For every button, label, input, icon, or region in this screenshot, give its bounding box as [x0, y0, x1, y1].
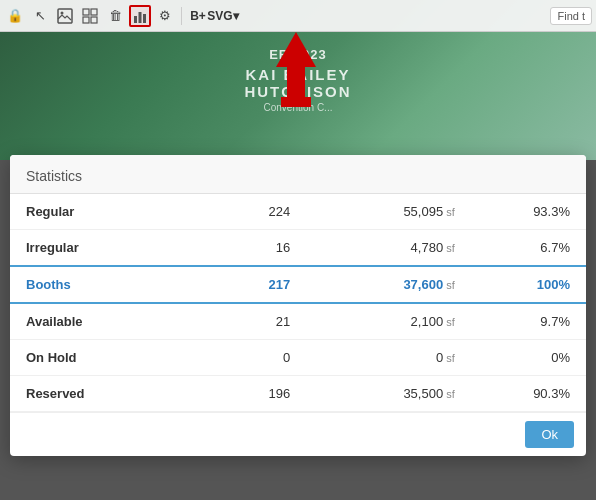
stats-row: Available212,100 sf9.7%: [10, 303, 586, 340]
row-percent: 90.3%: [471, 376, 586, 412]
arrow-base: [281, 97, 311, 107]
gear-icon[interactable]: ⚙: [154, 5, 176, 27]
statistics-modal: Statistics Regular22455,095 sf93.3%Irreg…: [10, 155, 586, 456]
toolbar: 🔒 ↖ 🗑 ⚙ B+ SVG▾ Find t: [0, 0, 596, 32]
stats-row: Regular22455,095 sf93.3%: [10, 194, 586, 230]
stats-row: On Hold00 sf0%: [10, 340, 586, 376]
row-count: 21: [207, 303, 306, 340]
stats-row: Reserved19635,500 sf90.3%: [10, 376, 586, 412]
arrow-shaft: [287, 67, 305, 97]
svg-rect-8: [143, 14, 146, 23]
row-label: Regular: [10, 194, 207, 230]
grid-icon[interactable]: [79, 5, 101, 27]
row-area: 35,500 sf: [306, 376, 471, 412]
stats-row: Irregular164,780 sf6.7%: [10, 230, 586, 267]
row-percent: 9.7%: [471, 303, 586, 340]
row-label: Irregular: [10, 230, 207, 267]
row-area: 2,100 sf: [306, 303, 471, 340]
row-percent: 0%: [471, 340, 586, 376]
modal-body: Regular22455,095 sf93.3%Irregular164,780…: [10, 194, 586, 412]
svg-rect-2: [83, 9, 89, 15]
svg-rect-6: [134, 16, 137, 23]
row-area: 37,600 sf: [306, 266, 471, 303]
modal-header: Statistics: [10, 155, 586, 194]
row-area: 0 sf: [306, 340, 471, 376]
modal-footer: Ok: [10, 412, 586, 456]
arrow-head: [276, 32, 316, 67]
row-percent: 93.3%: [471, 194, 586, 230]
row-label: Available: [10, 303, 207, 340]
svg-rect-0: [58, 9, 72, 23]
svg-point-1: [61, 11, 64, 14]
ok-button[interactable]: Ok: [525, 421, 574, 448]
stats-table: Regular22455,095 sf93.3%Irregular164,780…: [10, 194, 586, 412]
separator1: [181, 7, 182, 25]
find-input[interactable]: Find t: [550, 7, 592, 25]
stats-row: Booths21737,600 sf100%: [10, 266, 586, 303]
row-count: 196: [207, 376, 306, 412]
svg-icon[interactable]: SVG▾: [212, 5, 234, 27]
row-percent: 6.7%: [471, 230, 586, 267]
row-label: Reserved: [10, 376, 207, 412]
svg-rect-4: [83, 17, 89, 23]
svg-rect-5: [91, 17, 97, 23]
row-count: 16: [207, 230, 306, 267]
bold-plus-icon[interactable]: B+: [187, 5, 209, 27]
row-percent: 100%: [471, 266, 586, 303]
row-area: 4,780 sf: [306, 230, 471, 267]
row-count: 224: [207, 194, 306, 230]
row-area: 55,095 sf: [306, 194, 471, 230]
svg-rect-3: [91, 9, 97, 15]
lock-icon[interactable]: 🔒: [4, 5, 26, 27]
cursor-icon[interactable]: ↖: [29, 5, 51, 27]
row-count: 217: [207, 266, 306, 303]
arrow-indicator: [276, 32, 316, 107]
row-count: 0: [207, 340, 306, 376]
row-label: On Hold: [10, 340, 207, 376]
row-label: Booths: [10, 266, 207, 303]
modal-title: Statistics: [26, 168, 82, 184]
chart-bar-icon[interactable]: [129, 5, 151, 27]
image-icon[interactable]: [54, 5, 76, 27]
svg-rect-7: [139, 12, 142, 23]
delete-icon[interactable]: 🗑: [104, 5, 126, 27]
